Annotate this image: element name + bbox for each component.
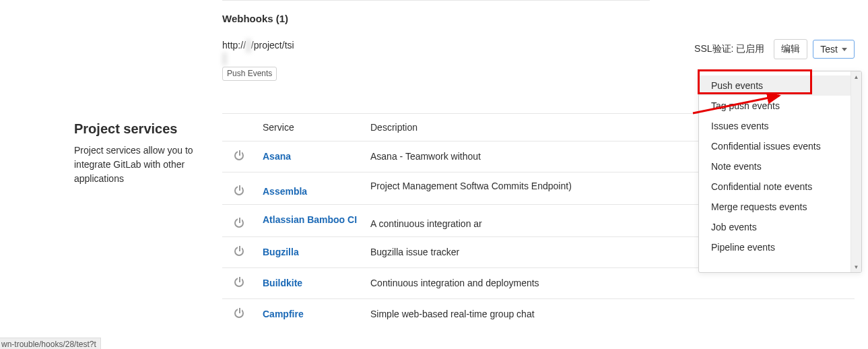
webhook-url-redacted-3: y: [222, 53, 227, 66]
service-link-asana[interactable]: Asana: [263, 151, 291, 162]
webhook-event-badge: Push Events: [222, 67, 277, 81]
power-icon: [234, 247, 244, 256]
service-description: Continuous integration and deployments: [370, 278, 855, 288]
dropdown-scrollbar[interactable]: ▲ ▼: [850, 71, 861, 272]
test-dropdown-button[interactable]: Test: [813, 40, 855, 59]
edit-button[interactable]: 编辑: [774, 39, 807, 59]
scroll-up-arrow-icon[interactable]: ▲: [851, 71, 861, 82]
dropdown-item-issues-events[interactable]: Issues events: [699, 116, 861, 136]
dropdown-item-note-events[interactable]: Note events: [699, 156, 861, 177]
service-link-buildkite[interactable]: Buildkite: [263, 278, 302, 288]
service-link-assembla[interactable]: Assembla: [263, 186, 307, 197]
webhook-url-mid: /project/tsi: [251, 40, 294, 51]
dropdown-item-tag-push-events[interactable]: Tag push events: [699, 96, 861, 116]
dropdown-item-push-events[interactable]: Push events: [699, 75, 861, 96]
service-link-atlassian-bamboo-ci[interactable]: Atlassian Bamboo CI: [263, 214, 357, 225]
column-header-service: Service: [263, 122, 370, 133]
project-services-heading: Project services: [74, 121, 222, 137]
power-icon: [234, 186, 244, 195]
power-icon: [234, 151, 244, 160]
webhooks-heading: Webhooks (1): [222, 13, 855, 24]
dropdown-item-confidential-issues-events[interactable]: Confidential issues events: [699, 136, 861, 156]
service-link-campfire[interactable]: Campfire: [263, 309, 304, 319]
service-description: Simple web-based real-time group chat: [370, 309, 855, 319]
section-divider: [222, 0, 650, 1]
power-icon: [234, 309, 244, 318]
ssl-verification-label: SSL验证: 已启用: [694, 43, 764, 55]
project-services-description: Project services allow you to integrate …: [74, 144, 222, 186]
service-link-bugzilla[interactable]: Bugzilla: [263, 247, 299, 257]
test-dropdown-menu: Push events Tag push events Issues event…: [698, 71, 862, 273]
browser-status-bar: wn-trouble/hooks/28/test?t: [0, 338, 101, 349]
dropdown-item-job-events[interactable]: Job events: [699, 217, 861, 237]
power-icon: [234, 218, 244, 228]
dropdown-item-confidential-note-events[interactable]: Confidential note events: [699, 177, 861, 197]
chevron-down-icon: [842, 48, 847, 51]
power-icon: [234, 278, 244, 287]
webhook-url-redacted-1: a: [246, 39, 251, 53]
dropdown-item-merge-requests-events[interactable]: Merge requests events: [699, 197, 861, 217]
webhook-url-prefix: http://: [222, 40, 246, 51]
table-row: Campfire Simple web-based real-time grou…: [222, 298, 855, 329]
scroll-down-arrow-icon[interactable]: ▼: [851, 261, 861, 272]
test-button-label: Test: [820, 44, 838, 55]
webhook-url: http://a /project/tsi y Push Events: [222, 39, 294, 81]
dropdown-item-pipeline-events[interactable]: Pipeline events: [699, 237, 861, 257]
